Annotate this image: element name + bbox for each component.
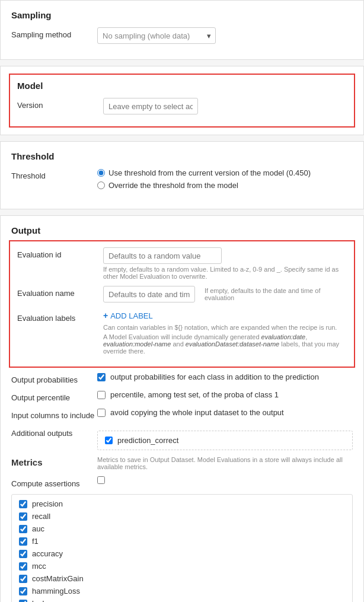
threshold-radio1-label: Use threshold from the current version o… (108, 168, 311, 177)
output-percentile-checkbox-row: percentile, among test set, of the proba… (97, 390, 353, 399)
output-percentile-hint: percentile, among test set, of the proba… (110, 390, 279, 399)
output-percentile-control: percentile, among test set, of the proba… (97, 390, 353, 399)
metric-auc: auc (19, 524, 345, 533)
metric-mcc: mcc (19, 562, 345, 571)
compute-assertions-checkbox[interactable] (97, 476, 105, 484)
sampling-section: Sampling Sampling method No sampling (wh… (0, 0, 364, 60)
model-version-label: Version (17, 98, 103, 110)
metric-recall-checkbox[interactable] (19, 512, 27, 521)
metric-recall: recall (19, 512, 345, 521)
compute-assertions-row: Compute assertions (11, 476, 353, 488)
metric-logloss: logLoss (19, 599, 345, 602)
prediction-correct-checkbox[interactable] (105, 437, 113, 444)
eval-name-row: Evaluation name If empty, defaults to th… (17, 286, 347, 305)
metric-costmatrixgain-label: costMatrixGain (32, 574, 84, 583)
model-version-row: Version (17, 98, 347, 114)
sampling-method-label: Sampling method (11, 27, 97, 39)
output-probs-control: output probabilities for each class in a… (97, 372, 353, 381)
metric-hammingloss-label: hammingLoss (32, 587, 80, 595)
metrics-title-row: Metrics Metrics to save in Output Datase… (11, 456, 353, 470)
input-cols-checkbox[interactable] (97, 409, 106, 417)
output-section: Output Evaluation id If empty, defaults … (0, 215, 364, 602)
output-red-box: Evaluation id If empty, defaults to a ra… (9, 240, 355, 368)
eval-id-input[interactable] (103, 247, 222, 264)
eval-labels-control: + ADD LABEL Can contain variables in ${}… (103, 311, 347, 355)
metric-logloss-checkbox[interactable] (19, 600, 27, 603)
model-version-control (103, 98, 347, 114)
metrics-hint: Metrics to save in Output Dataset. Model… (97, 456, 353, 470)
metric-hammingloss: hammingLoss (19, 587, 345, 595)
metric-logloss-label: logLoss (32, 599, 59, 602)
metric-precision-checkbox[interactable] (19, 500, 27, 508)
additional-outputs-row: Additional outputs prediction_correct (11, 426, 353, 450)
eval-id-control: If empty, defaults to a random value. Li… (103, 247, 347, 280)
additional-outputs-box: prediction_correct (97, 431, 353, 450)
metric-hammingloss-checkbox[interactable] (19, 587, 27, 595)
threshold-label: Threshold (11, 168, 97, 180)
metric-accuracy-label: accuracy (32, 549, 63, 558)
sampling-title: Sampling (11, 10, 353, 20)
eval-id-label: Evaluation id (17, 247, 103, 259)
eval-labels-label: Evaluation labels (17, 311, 103, 323)
output-probs-label: Output probabilities (11, 372, 97, 384)
eval-name-label: Evaluation name (17, 286, 103, 298)
output-probs-checkbox[interactable] (97, 373, 106, 381)
threshold-radio2-row: Override the threshold from the model (97, 181, 353, 190)
input-cols-checkbox-row: avoid copying the whole input dataset to… (97, 408, 353, 417)
sampling-method-select-wrapper: No sampling (whole data) Random sampling… (97, 27, 216, 44)
threshold-title: Threshold (11, 151, 353, 161)
eval-labels-hint2: A Model Evaluation will include dynamica… (103, 333, 347, 355)
additional-outputs-label: Additional outputs (11, 426, 97, 438)
input-cols-row: Input columns to include avoid copying t… (11, 408, 353, 420)
threshold-radio1[interactable] (97, 169, 105, 177)
eval-name-control: If empty, defaults to the date and time … (103, 286, 347, 305)
add-label-text: ADD LABEL (110, 311, 153, 320)
model-version-input[interactable] (103, 98, 198, 114)
metric-f1-label: f1 (32, 537, 39, 546)
eval-name-input[interactable] (103, 286, 195, 302)
output-probs-row: Output probabilities output probabilitie… (11, 372, 353, 384)
metric-costmatrixgain: costMatrixGain (19, 574, 345, 583)
eval-name-inner-row: If empty, defaults to the date and time … (103, 286, 347, 302)
output-percentile-label: Output percentile (11, 390, 97, 402)
threshold-row: Threshold Use threshold from the current… (11, 168, 353, 193)
prediction-correct-label: prediction_correct (117, 436, 178, 445)
eval-id-row: Evaluation id If empty, defaults to a ra… (17, 247, 347, 280)
add-label-button[interactable]: + ADD LABEL (103, 311, 153, 320)
input-cols-hint: avoid copying the whole input dataset to… (110, 408, 284, 417)
metric-recall-label: recall (32, 512, 50, 521)
output-title: Output (11, 225, 353, 235)
metric-costmatrixgain-checkbox[interactable] (19, 575, 27, 583)
model-title: Model (17, 81, 347, 91)
input-cols-label: Input columns to include (11, 408, 97, 420)
output-probs-checkbox-row: output probabilities for each class in a… (97, 372, 353, 381)
metric-accuracy: accuracy (19, 549, 345, 558)
model-red-box: Model Version (9, 74, 355, 128)
compute-assertions-label: Compute assertions (11, 476, 97, 488)
add-label-plus-icon: + (103, 311, 108, 320)
metrics-title: Metrics (11, 456, 97, 467)
sampling-method-control: No sampling (whole data) Random sampling… (97, 27, 353, 44)
input-cols-control: avoid copying the whole input dataset to… (97, 408, 353, 417)
metric-mcc-checkbox[interactable] (19, 562, 27, 571)
output-probs-hint: output probabilities for each class in a… (110, 372, 319, 381)
threshold-control: Use threshold from the current version o… (97, 168, 353, 193)
metrics-section: Metrics Metrics to save in Output Datase… (11, 456, 353, 602)
additional-outputs-control: prediction_correct (97, 426, 353, 450)
compute-assertions-control (97, 476, 353, 486)
output-percentile-checkbox[interactable] (97, 391, 106, 399)
metric-precision: precision (19, 499, 345, 508)
eval-labels-row: Evaluation labels + ADD LABEL Can contai… (17, 311, 347, 355)
threshold-radio2-label: Override the threshold from the model (108, 181, 238, 190)
sampling-method-select[interactable]: No sampling (whole data) Random sampling… (97, 27, 216, 44)
output-percentile-row: Output percentile percentile, among test… (11, 390, 353, 402)
metric-f1-checkbox[interactable] (19, 537, 27, 546)
metric-f1: f1 (19, 537, 345, 546)
sampling-method-row: Sampling method No sampling (whole data)… (11, 27, 353, 44)
eval-labels-hint1: Can contain variables in ${} notation, w… (103, 324, 347, 331)
metric-accuracy-checkbox[interactable] (19, 550, 27, 558)
model-section: Model Version (0, 66, 364, 135)
threshold-radio2[interactable] (97, 181, 105, 189)
eval-name-hint: If empty, defaults to the date and time … (205, 287, 347, 301)
metric-auc-checkbox[interactable] (19, 525, 27, 533)
